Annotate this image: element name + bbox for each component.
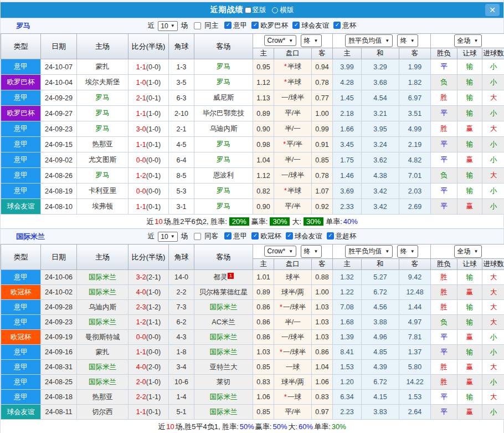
- result-value: 负: [440, 171, 448, 179]
- match-count-select[interactable]: 10▼: [158, 21, 177, 31]
- home-team-name: 罗马: [96, 94, 110, 101]
- date-cell: 24-08-11: [41, 405, 77, 420]
- result-value: 胜: [440, 363, 448, 371]
- corner-cell: 1-8: [169, 345, 194, 360]
- avg-home-cell: 1.32: [333, 270, 362, 285]
- league-checkbox[interactable]: [286, 232, 293, 240]
- league-filter-group: 意甲欧罗巴杯球会友谊意杯: [220, 21, 356, 30]
- halftime-score: (0-1): [146, 94, 161, 102]
- odds-time-select[interactable]: 终▼: [301, 34, 322, 47]
- corner-cell: 1-3: [169, 59, 194, 75]
- vertical-radio-label[interactable]: 竖版: [253, 6, 266, 15]
- avg-away-cell: 5.80: [399, 360, 431, 375]
- result-value: 小: [490, 378, 497, 386]
- avg-time-select[interactable]: 终▼: [397, 34, 418, 47]
- result-cell: 负: [431, 75, 457, 90]
- result-value: 输: [466, 109, 474, 117]
- avg-select[interactable]: 胜平负均值▼: [345, 34, 393, 47]
- league-checkbox-label[interactable]: 欧罗巴杯: [260, 22, 288, 29]
- league-checkbox[interactable]: [251, 22, 259, 29]
- bookmaker-select[interactable]: Crow*▼: [264, 246, 297, 257]
- fulltime-select[interactable]: 全场▼: [454, 245, 482, 258]
- col-result: 胜负: [431, 259, 457, 270]
- odds-home-cell: 0.89: [253, 106, 274, 121]
- league-checkbox[interactable]: [327, 232, 334, 240]
- odds-time-select[interactable]: 终▼: [301, 245, 322, 258]
- away-team-cell: 亚特兰大: [194, 360, 253, 375]
- handicap-result-cell: 输: [457, 90, 482, 106]
- chevron-down-icon: ▼: [410, 38, 415, 43]
- result-value: 小: [490, 63, 497, 70]
- handicap-result-cell: 输: [457, 345, 482, 360]
- match-count-select[interactable]: 10▼: [158, 232, 177, 242]
- league-checkbox-label[interactable]: 意杯: [342, 22, 356, 29]
- summary-text: 50%: [272, 422, 287, 431]
- halftime-score: (0-0): [146, 187, 161, 195]
- goals-result-cell: 大: [482, 168, 504, 184]
- team-section: 罗马 近 10▼ 场 同主 意甲欧罗巴杯球会友谊意杯 类型 日期: [1, 18, 503, 228]
- home-team-name: 国际米兰: [89, 363, 116, 371]
- league-checkbox[interactable]: [292, 22, 300, 29]
- avg-away-cell: 1.37: [399, 345, 431, 360]
- handicap-change-star: *: [284, 393, 287, 401]
- home-team-cell: 国际米兰: [77, 375, 128, 390]
- result-value: 小: [490, 109, 497, 117]
- result-cell: 平: [431, 405, 457, 420]
- fulltime-score: 1-1: [136, 141, 146, 149]
- avg-time-select[interactable]: 终▼: [397, 245, 418, 258]
- away-team-name: 罗马: [217, 202, 230, 210]
- away-team-name: 罗马: [217, 156, 230, 164]
- date-cell: 24-09-16: [41, 345, 77, 360]
- date-cell: 24-09-28: [41, 300, 77, 315]
- league-checkbox-label[interactable]: 球会友谊: [295, 232, 322, 240]
- home-team-name: 热那亚: [92, 393, 113, 401]
- same-venue-label[interactable]: 同客: [204, 232, 218, 241]
- odds-home-cell: 1.06: [253, 390, 274, 405]
- league-checkbox-label[interactable]: 意甲: [233, 232, 247, 240]
- league-checkbox-label[interactable]: 意甲: [233, 22, 247, 29]
- league-checkbox[interactable]: [224, 232, 232, 240]
- fulltime-score: 4-0: [136, 363, 146, 371]
- league-checkbox-label[interactable]: 意超杯: [336, 232, 357, 240]
- horizontal-radio-label[interactable]: 横版: [280, 6, 294, 15]
- matches-table: 类型 日期 主场 比分(半场) 角球 客场 Crow*▼ 终▼ 胜平负均值▼ 终…: [1, 244, 504, 420]
- league-checkbox[interactable]: [224, 22, 232, 29]
- handicap-cell: 半/一: [274, 152, 312, 168]
- league-cell: 欧冠杯: [1, 330, 41, 345]
- league-cell: 意甲: [1, 390, 41, 405]
- horizontal-radio-icon[interactable]: [272, 7, 278, 13]
- col-handicap-result: 让球: [457, 259, 482, 270]
- result-value: 胜: [440, 288, 448, 296]
- same-venue-checkbox[interactable]: [194, 22, 201, 29]
- home-team-cell: 罗马: [77, 121, 128, 137]
- bookmaker-select[interactable]: Crow*▼: [264, 35, 297, 46]
- same-venue-checkbox[interactable]: [194, 233, 201, 240]
- handicap-change-star: *: [284, 63, 287, 70]
- avg-select[interactable]: 胜平负均值▼: [345, 245, 393, 258]
- odds-away-cell: 0.94: [312, 59, 333, 75]
- league-checkbox-label[interactable]: 球会友谊: [301, 22, 329, 29]
- vertical-radio-icon[interactable]: [245, 7, 251, 13]
- fulltime-score: 2-0: [136, 378, 146, 386]
- handicap-result-cell: 输: [457, 390, 482, 405]
- col-date: 日期: [41, 34, 77, 59]
- same-venue-label[interactable]: 同主: [204, 21, 218, 30]
- home-team-name: 尤文图斯: [89, 156, 116, 164]
- league-checkbox[interactable]: [251, 232, 259, 240]
- odds-away-cell: 1.06: [312, 375, 333, 390]
- avg-home-cell: 1.39: [333, 330, 362, 345]
- games-label: 场: [181, 21, 188, 30]
- near-label: 近: [148, 21, 155, 30]
- fulltime-select[interactable]: 全场▼: [454, 34, 482, 47]
- handicap-value: 半球: [287, 63, 301, 70]
- table-row: 意甲24-08-25国际米兰2-0(1-0)10-6莱切0.83球半/两1.06…: [1, 375, 504, 390]
- col-avg-away: 客: [399, 259, 431, 270]
- league-checkbox[interactable]: [333, 22, 341, 29]
- league-checkbox-label[interactable]: 欧冠杯: [260, 232, 281, 240]
- table-row: 球会友谊24-08-10埃弗顿1-1(0-1)3-1罗马0.90平/半0.922…: [1, 199, 504, 215]
- handicap-value: 一/球半: [281, 171, 304, 179]
- date-cell: 24-10-02: [41, 285, 77, 300]
- avg-draw-cell: 3.42: [362, 199, 399, 215]
- close-icon[interactable]: ✕: [485, 4, 500, 16]
- card-badge: 1: [228, 273, 233, 279]
